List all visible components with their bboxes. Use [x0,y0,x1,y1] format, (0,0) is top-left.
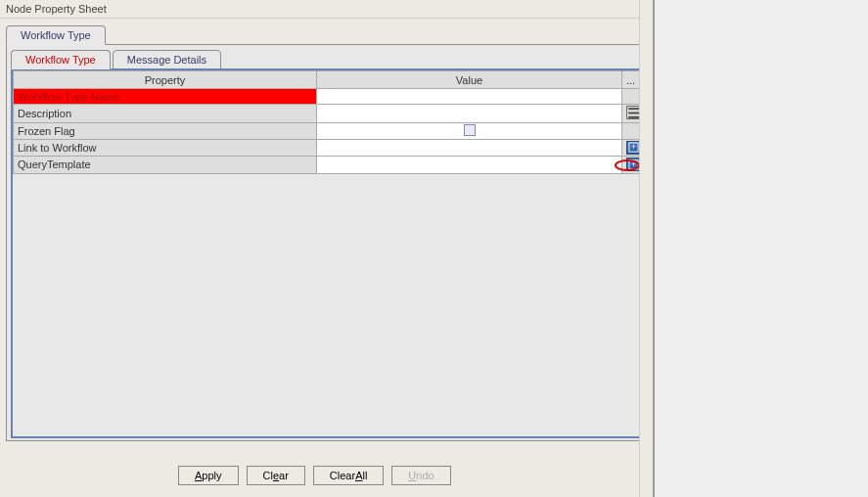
svg-rect-0 [628,108,639,110]
header-action[interactable]: ... [622,71,640,89]
outer-tab-workflow-type[interactable]: Workflow Type [6,25,106,45]
property-query-template: QueryTemplate [14,157,317,174]
value-link-to-workflow[interactable] [317,139,622,157]
inner-tab-message-details[interactable]: Message Details [113,50,221,69]
value-workflow-type-name[interactable] [317,89,622,105]
panel-title: Node Property Sheet [0,0,653,19]
value-frozen-flag[interactable] [317,122,622,139]
row-frozen-flag: Frozen Flag [14,122,640,139]
svg-text:+: + [631,160,636,169]
table-header-row: Property Value ... [14,71,640,89]
svg-rect-2 [628,115,639,117]
scrollbar-vertical[interactable] [639,0,653,497]
svg-rect-1 [628,112,639,113]
property-grid-container: Property Value ... Workflow Type Name De [11,68,642,438]
property-workflow-type-name: Workflow Type Name [14,89,317,105]
row-description: Description [14,105,640,123]
value-description[interactable] [317,105,622,123]
property-description: Description [14,105,317,123]
outer-tab-row: Workflow Type [6,24,647,44]
outer-tab-content: Workflow Type Message Details Property V… [6,44,647,441]
action-query-template: + [622,157,640,174]
outer-tabs-container: Workflow Type Workflow Type Message Deta… [6,24,647,441]
checkbox-frozen-flag[interactable] [464,124,476,136]
clearall-button[interactable]: ClearAll [313,466,385,485]
value-query-template[interactable] [317,157,622,174]
inner-tab-workflow-type[interactable]: Workflow Type [11,50,111,69]
header-property[interactable]: Property [14,71,317,89]
action-frozen-flag [622,122,640,139]
svg-text:+: + [631,143,636,152]
row-link-to-workflow: Link to Workflow + [14,139,640,157]
action-description [622,105,640,123]
property-link-to-workflow: Link to Workflow [14,139,317,157]
row-workflow-type-name: Workflow Type Name [14,89,640,105]
apply-button[interactable]: Apply [178,466,239,485]
property-frozen-flag: Frozen Flag [14,122,317,139]
property-sheet-panel: Node Property Sheet Workflow Type Workfl… [0,0,655,497]
picker-icon: + [628,142,639,153]
action-link-to-workflow: + [622,139,640,157]
picker-icon: + [628,159,639,170]
inner-tab-row: Workflow Type Message Details [11,49,642,68]
row-query-template: QueryTemplate + [14,157,640,174]
action-workflow-type-name [622,89,640,105]
footer-button-bar: Apply Clear ClearAll Undo [178,466,451,485]
header-value[interactable]: Value [317,71,622,89]
undo-button[interactable]: Undo [391,466,450,485]
clear-button[interactable]: Clear [247,466,305,485]
property-table: Property Value ... Workflow Type Name De [13,70,640,174]
